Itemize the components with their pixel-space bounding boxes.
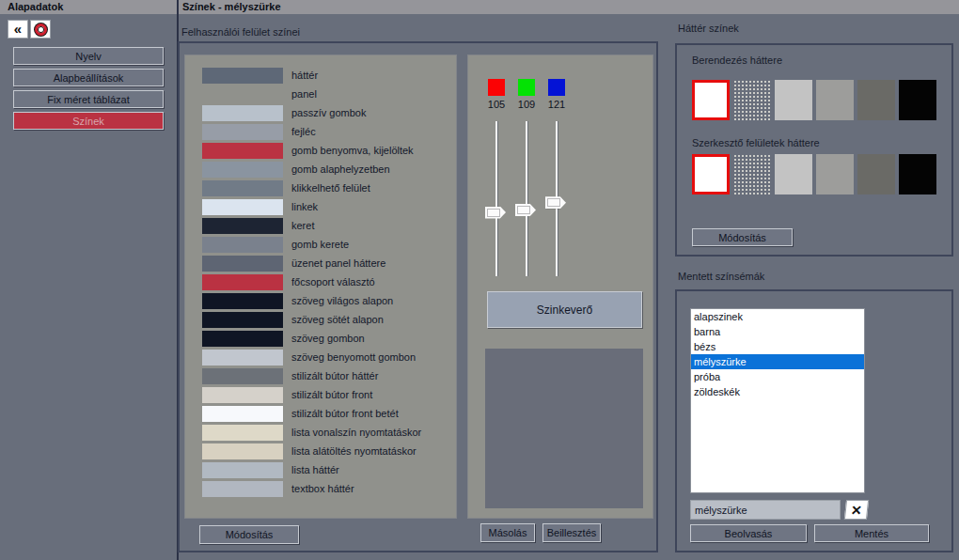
green-slider-thumb[interactable] <box>515 204 536 216</box>
blue-slider-thumb[interactable] <box>545 196 566 209</box>
color-row[interactable]: lista háttér <box>185 461 456 480</box>
color-swatch <box>202 387 283 403</box>
scheme-list-item[interactable]: zöldeskék <box>691 384 864 399</box>
collapse-button[interactable]: « <box>8 20 28 39</box>
target-icon <box>35 23 47 36</box>
background-swatch[interactable] <box>733 80 771 120</box>
color-swatch <box>202 218 283 234</box>
color-row[interactable]: lista alátöltés nyomtatáskor <box>185 443 456 461</box>
color-row-label: passzív gombok <box>291 107 366 118</box>
background-swatch[interactable] <box>733 154 771 194</box>
color-row-label: lista alátöltés nyomtatáskor <box>291 445 417 457</box>
color-row[interactable]: stilizált bútor front betét <box>185 405 456 424</box>
red-slider-thumb[interactable] <box>485 207 506 219</box>
green-channel-value: 109 <box>510 99 543 110</box>
background-swatch[interactable] <box>816 154 854 194</box>
background-swatch[interactable] <box>899 154 936 194</box>
color-swatch <box>202 368 283 384</box>
color-row[interactable]: passzív gombok <box>185 104 456 123</box>
background-swatch[interactable] <box>775 154 812 194</box>
color-swatch <box>202 237 283 253</box>
color-swatch <box>202 406 283 422</box>
sidebar-item-szinek[interactable]: Színek <box>13 112 164 130</box>
color-swatch <box>202 443 283 459</box>
color-row[interactable]: stilizált bútor front <box>185 386 456 405</box>
modify-bg-colors-button[interactable]: Módosítás <box>692 228 793 246</box>
color-row-label: főcsoport választó <box>291 276 375 288</box>
green-slider-track[interactable] <box>526 121 527 276</box>
copy-button[interactable]: Másolás <box>480 523 535 542</box>
scheme-list-item[interactable]: alapszinek <box>691 309 864 324</box>
color-row-label: üzenet panel háttere <box>291 257 385 269</box>
color-row[interactable]: szöveg gombon <box>185 330 456 349</box>
color-row[interactable]: szöveg benyomott gombon <box>185 349 456 367</box>
sidebar-item-fix-meret-tablazat[interactable]: Fix méret táblázat <box>13 90 164 108</box>
save-button[interactable]: Mentés <box>814 524 929 542</box>
color-row-label: gomb alaphelyzetben <box>291 163 390 175</box>
color-row-label: háttér <box>291 70 318 81</box>
scheme-list-item[interactable]: próba <box>691 369 864 384</box>
color-row[interactable]: gomb alaphelyzetben <box>185 161 456 179</box>
color-row[interactable]: fejléc <box>185 123 456 142</box>
title-bar: Alapadatok Színek - mélyszürke <box>0 0 959 14</box>
sidebar-title: Alapadatok <box>8 1 63 12</box>
background-swatch[interactable] <box>816 80 854 120</box>
background-swatch[interactable] <box>899 80 936 120</box>
color-swatch <box>202 312 283 328</box>
color-row[interactable]: lista vonalszín nyomtatáskor <box>185 424 456 443</box>
color-row[interactable]: szöveg világos alapon <box>185 292 456 311</box>
color-list-panel: háttérpanelpasszív gombokfejlécgomb beny… <box>184 54 457 519</box>
modify-ui-colors-button[interactable]: Módosítás <box>199 525 299 544</box>
color-preview <box>485 349 643 508</box>
color-swatch <box>202 124 283 140</box>
scheme-list-item[interactable]: barna <box>691 324 864 339</box>
blue-channel-value: 121 <box>540 99 574 110</box>
color-row[interactable]: gomb kerete <box>185 236 456 255</box>
color-row[interactable]: háttér <box>185 67 456 86</box>
color-row[interactable]: stilizált bútor háttér <box>185 367 456 386</box>
color-swatch <box>202 274 283 290</box>
background-swatch[interactable] <box>692 154 730 194</box>
red-slider-track[interactable] <box>495 121 497 276</box>
color-mixer-button[interactable]: Szinkeverő <box>487 291 642 328</box>
color-row-label: klikkelhető felület <box>291 182 370 194</box>
scheme-listbox[interactable]: alapszinekbarnabézsmélyszürkepróbazöldes… <box>690 308 865 493</box>
scheme-list-item[interactable]: mélyszürke <box>691 354 864 369</box>
background-swatch[interactable] <box>775 80 812 120</box>
scheme-list-item[interactable]: bézs <box>691 339 864 354</box>
color-swatch <box>202 462 283 478</box>
color-row[interactable]: főcsoport választó <box>185 273 456 292</box>
color-row-label: szöveg sötét alapon <box>291 314 384 325</box>
color-row-label: stilizált bútor front betét <box>291 408 399 419</box>
target-button[interactable] <box>30 20 51 39</box>
color-swatch <box>202 68 283 84</box>
sidebar-item-alapbeallitasok[interactable]: Alapbeállítások <box>13 69 164 86</box>
color-row[interactable]: klikkelhető felület <box>185 179 456 198</box>
saved-schemes-group-title: Mentett színsémák <box>678 271 764 282</box>
delete-scheme-button[interactable]: ✕ <box>844 500 869 520</box>
color-row[interactable]: panel <box>185 86 456 104</box>
sidebar-item-nyelv[interactable]: Nyelv <box>13 47 164 65</box>
clear-icon: ✕ <box>850 503 862 518</box>
color-row[interactable]: keret <box>185 217 456 236</box>
color-swatch <box>202 350 283 366</box>
load-button[interactable]: Beolvasás <box>690 524 807 542</box>
color-row[interactable]: gomb benyomva, kijelöltek <box>185 142 456 161</box>
color-row-label: lista vonalszín nyomtatáskor <box>291 427 421 438</box>
background-swatch[interactable] <box>692 80 730 120</box>
color-swatch <box>202 105 283 121</box>
color-swatch <box>202 199 283 215</box>
scheme-name-input[interactable] <box>690 500 841 520</box>
green-channel-swatch <box>518 79 535 96</box>
color-mixer-panel: 105109121 Szinkeverő <box>467 54 653 519</box>
color-row[interactable]: linkek <box>185 198 456 217</box>
color-row-label: lista háttér <box>291 464 339 475</box>
color-row[interactable]: üzenet panel háttere <box>185 255 456 273</box>
color-swatch <box>202 180 283 196</box>
color-row[interactable]: textbox háttér <box>185 480 456 499</box>
paste-button[interactable]: Beillesztés <box>542 523 601 542</box>
background-swatch[interactable] <box>857 80 895 120</box>
background-swatch[interactable] <box>857 154 895 194</box>
collapse-left-icon: « <box>14 22 22 36</box>
color-row[interactable]: szöveg sötét alapon <box>185 311 456 330</box>
